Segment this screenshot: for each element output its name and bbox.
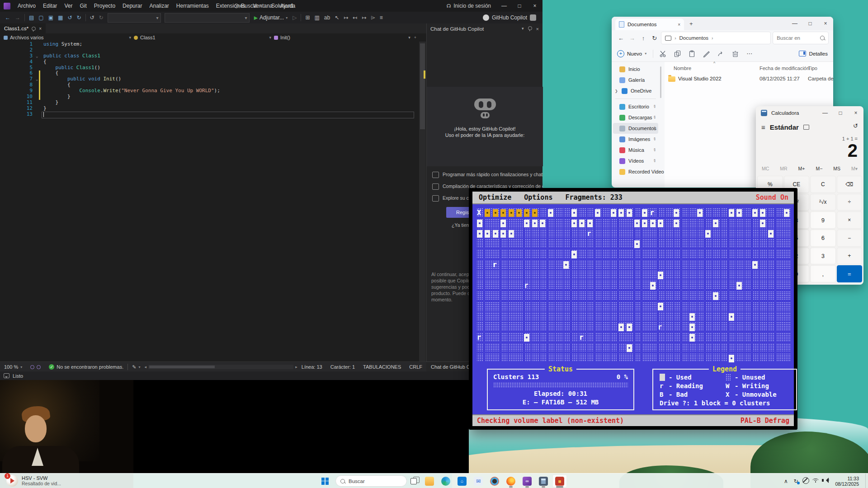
defrag-menu-options[interactable]: Options <box>518 193 559 202</box>
task-view-button[interactable] <box>410 477 419 485</box>
sidebar-item-vi-deos[interactable]: Vídeos✎ <box>613 155 658 166</box>
paste-icon[interactable] <box>689 50 696 57</box>
close-button[interactable]: × <box>818 17 833 30</box>
toolbar-save-icon[interactable]: ▣ <box>46 12 56 23</box>
taskbar-app-firefox[interactable] <box>504 474 518 488</box>
memory-mc-button[interactable]: MC <box>762 166 769 174</box>
calc-key-c[interactable]: C <box>810 176 836 193</box>
taskbar-app-defrag[interactable]: ▦ <box>552 474 567 488</box>
toolbar-window-layout-icon[interactable]: ▥ <box>312 12 321 23</box>
calc-key-3[interactable]: 3 <box>810 248 836 265</box>
pin-icon[interactable] <box>528 26 532 30</box>
chevron-up-icon[interactable]: ∧ <box>781 478 791 484</box>
defrag-menu-optimize[interactable]: Optimize <box>472 193 518 202</box>
taskbar-app-store[interactable]: ⌂ <box>455 474 469 488</box>
fold-chevron-icon[interactable]: ⌄ <box>36 53 38 59</box>
editor-horizontal-scrollbar[interactable] <box>148 365 293 369</box>
debug-target-combo[interactable]: ▾ <box>108 13 161 23</box>
toolbar-undo-icon[interactable]: ↺ <box>88 12 97 23</box>
breadcrumb-documentos[interactable]: Documentos <box>679 35 709 41</box>
calc-key-multiply[interactable]: × <box>837 211 863 229</box>
zoom-selector[interactable]: 100 %▾ <box>0 364 26 370</box>
hamburger-menu-icon[interactable]: ≡ <box>761 123 765 131</box>
sidebar-item-descargas[interactable]: Descargas✎ <box>613 112 658 123</box>
toolbar-abc-spellcheck-icon[interactable]: ab <box>322 12 332 23</box>
calc-key-6[interactable]: 6 <box>810 230 836 247</box>
editor-vertical-scrollbar[interactable] <box>419 42 426 361</box>
scrollbar-thumb[interactable] <box>420 43 425 129</box>
defrag-sound-toggle[interactable]: Sound On <box>756 193 788 202</box>
privacy-eye-icon[interactable] <box>801 477 811 485</box>
column-header-nombre[interactable]: Nombre <box>674 66 691 71</box>
close-button[interactable]: × <box>527 0 542 12</box>
pin-icon[interactable] <box>32 27 36 31</box>
sidebar-item-galeri-a[interactable]: Galería <box>613 75 658 85</box>
menu-item-git[interactable]: Git <box>76 0 90 12</box>
close-icon[interactable]: × <box>536 26 539 32</box>
configuration-combo[interactable]: ▾ <box>165 13 250 23</box>
toolbar-indent-out-icon[interactable]: ↤ <box>350 12 359 23</box>
close-button[interactable]: × <box>848 106 863 120</box>
code-editor[interactable]: 1using System;23⌄public class Class14{5 … <box>0 42 426 361</box>
memory-ms-button[interactable]: MS <box>833 166 840 174</box>
history-icon[interactable]: ↺ <box>853 122 858 129</box>
toolbar-open-folder-icon[interactable]: ▢ <box>36 12 46 23</box>
chevron-right-icon[interactable]: ❯ <box>615 89 618 93</box>
toolbar-code-nav-icon[interactable]: ↦ <box>341 12 350 23</box>
toolbar-redo-icon[interactable]: ↻ <box>74 12 83 23</box>
chevron-down-icon[interactable]: ▾ <box>522 26 524 32</box>
taskbar-search-box[interactable]: Buscar <box>335 475 407 487</box>
health-glasses-icon[interactable] <box>26 365 45 369</box>
video-player-region[interactable] <box>0 380 133 488</box>
menu-item-herramientas[interactable]: Herramientas <box>173 0 212 12</box>
copilot-badge[interactable]: GitHub Copilot <box>483 14 536 21</box>
code-cleanup-button[interactable]: ✎▾ <box>128 364 144 370</box>
calc-key-[interactable]: , <box>810 265 836 282</box>
forward-icon[interactable]: → <box>627 35 637 42</box>
problems-indicator[interactable]: ✓ No se encontraron problemas. <box>45 364 127 370</box>
status-line-ending[interactable]: CRLF <box>405 364 426 370</box>
column-header-tipo[interactable]: Tipo <box>808 66 817 71</box>
memory-m-button[interactable]: M▾ <box>851 166 858 174</box>
cut-icon[interactable] <box>660 50 667 57</box>
new-tab-button[interactable]: + <box>689 20 693 27</box>
tab-class1-cs[interactable]: Class1.cs* × <box>0 23 46 33</box>
calc-key-plus[interactable]: + <box>837 248 863 265</box>
taskbar-app-photos[interactable] <box>487 474 502 488</box>
start-button[interactable] <box>316 474 334 488</box>
status-tabs-mode[interactable]: TABULACIONES <box>359 364 405 370</box>
memory-m-button[interactable]: M+ <box>798 166 805 174</box>
menu-item-analizar[interactable]: Analizar <box>146 0 172 12</box>
explorer-tab-documentos[interactable]: Documentos × <box>615 19 684 30</box>
keep-on-top-icon[interactable] <box>803 125 809 130</box>
toolbar-undo-icon[interactable]: ↺ <box>65 12 74 23</box>
fold-chevron-icon[interactable]: ⌄ <box>36 76 38 82</box>
sidebar-item-mu-sica[interactable]: Música✎ <box>613 145 658 155</box>
refresh-icon[interactable]: ↻ <box>650 35 659 42</box>
maximize-button[interactable]: □ <box>802 17 818 30</box>
taskbar-app-edge[interactable] <box>439 474 453 488</box>
minimize-button[interactable]: — <box>496 0 512 12</box>
copy-icon[interactable] <box>674 50 681 57</box>
toolbar-bookmark-icon[interactable]: ⌲ <box>368 12 377 23</box>
vs-signin-button[interactable]: ☊ Inicio de sesión <box>447 0 491 12</box>
menu-item-editar[interactable]: Editar <box>39 0 61 12</box>
volume-muted-icon[interactable]: × <box>821 478 830 484</box>
wifi-icon[interactable] <box>811 478 821 484</box>
breadcrumb-class[interactable]: Class1 ▾ <box>134 35 274 40</box>
breadcrumb-member[interactable]: Init() <box>274 35 290 40</box>
sidebar-item-inicio[interactable]: Inicio <box>613 64 658 75</box>
memory-m-button[interactable]: M− <box>816 166 822 174</box>
minimize-button[interactable]: — <box>787 17 802 30</box>
vs-search-box[interactable]: Buscar ▾ <box>231 1 264 10</box>
hscroll-left-arrow[interactable]: ◂ <box>144 365 146 369</box>
menu-item-proyecto[interactable]: Proyecto <box>90 0 119 12</box>
calc-key-minus[interactable]: − <box>837 230 863 247</box>
calc-key-divide[interactable]: ÷ <box>837 194 863 211</box>
taskbar-app-visual-studio[interactable]: ∞ <box>520 474 534 488</box>
calc-key-equals[interactable]: = <box>837 265 863 282</box>
maximize-button[interactable]: □ <box>833 106 848 120</box>
toolbar-save-all-icon[interactable]: ▦ <box>56 12 65 23</box>
calc-key-x[interactable]: ²√x <box>810 194 836 211</box>
sidebar-scrollbar[interactable] <box>660 66 661 98</box>
